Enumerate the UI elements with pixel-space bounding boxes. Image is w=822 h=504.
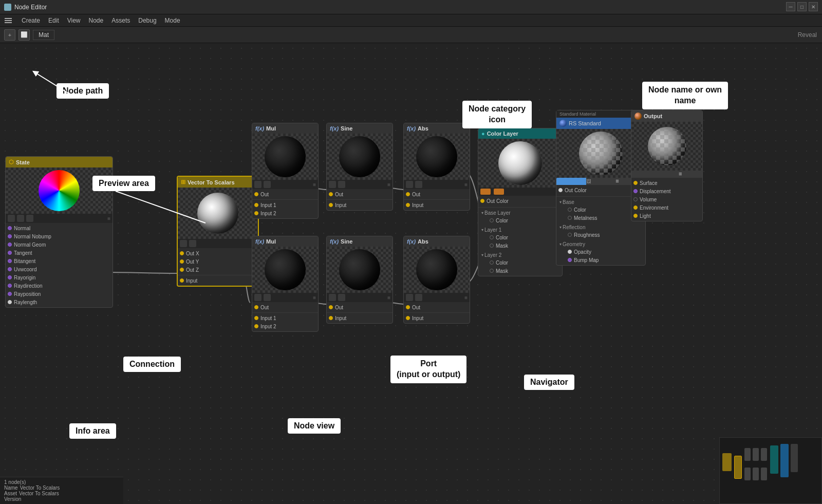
- port-tangent[interactable]: Tangent: [6, 249, 113, 257]
- cl-l1-mask[interactable]: Mask: [488, 241, 559, 250]
- rs-tab-img[interactable]: 🖼: [586, 178, 616, 185]
- sine2-out-dot[interactable]: [329, 305, 333, 309]
- port-input-vts[interactable]: Input: [178, 276, 258, 285]
- port-rayorigin[interactable]: Rayorigin: [6, 273, 113, 282]
- port-dot-bitangent[interactable]: [8, 259, 12, 263]
- menu-assets[interactable]: Assets: [107, 16, 134, 25]
- mul2-in2-dot[interactable]: [254, 324, 258, 328]
- sine2-in[interactable]: Input: [327, 314, 393, 322]
- port-dot-out-z[interactable]: [180, 268, 184, 272]
- mul2-expand[interactable]: ≡: [313, 295, 316, 301]
- sine2-expand[interactable]: ≡: [387, 295, 390, 301]
- port-dot-rayposition[interactable]: [8, 292, 12, 296]
- sine1-out-dot[interactable]: [329, 192, 333, 196]
- port-normal-geom[interactable]: Normal Geom: [6, 240, 113, 249]
- mul1-in1[interactable]: Input 1: [252, 201, 318, 209]
- mul1-in1-dot[interactable]: [254, 203, 258, 207]
- rs-tab-blue[interactable]: [556, 178, 586, 185]
- sine1-in-dot[interactable]: [329, 203, 333, 207]
- canvas-area[interactable]: ⬡ State ≡ Normal Normal Nobump Normal Ge…: [0, 43, 822, 504]
- menu-edit[interactable]: Edit: [44, 16, 63, 25]
- menu-view[interactable]: View: [63, 16, 85, 25]
- mul2-in1[interactable]: Input 1: [252, 314, 318, 322]
- sine1-in[interactable]: Input: [327, 201, 393, 209]
- mat-tab[interactable]: Mat: [33, 30, 54, 40]
- port-uvwcoord[interactable]: Uvwcoord: [6, 265, 113, 273]
- port-dot-rayorigin[interactable]: [8, 275, 12, 279]
- abs2-out-dot[interactable]: [406, 305, 410, 309]
- cl-l2-color[interactable]: Color: [488, 258, 559, 267]
- mul1-in2[interactable]: Input 2: [252, 209, 318, 217]
- out-disp-dot[interactable]: [633, 189, 638, 193]
- abs1-out[interactable]: Out: [404, 190, 470, 198]
- abs1-in[interactable]: Input: [404, 201, 470, 209]
- sine2-node[interactable]: f(x) Sine ≡ Out Input: [326, 236, 393, 324]
- navigator-panel[interactable]: [719, 437, 822, 504]
- mul2-out[interactable]: Out: [252, 303, 318, 311]
- port-raylength[interactable]: Raylength: [6, 298, 113, 306]
- port-out-x[interactable]: Out X: [178, 249, 258, 257]
- tab-button[interactable]: ⬜: [18, 29, 30, 41]
- out-volume[interactable]: Volume: [631, 195, 702, 203]
- color-layer-node[interactable]: ● Color Layer ≡ Out Color ▾ Base Layer: [478, 128, 563, 276]
- expand-icon[interactable]: ≡: [107, 216, 110, 221]
- menu-create[interactable]: Create: [17, 16, 44, 25]
- maximize-button[interactable]: □: [797, 2, 807, 11]
- minimize-button[interactable]: ─: [786, 2, 795, 11]
- out-tab1[interactable]: [631, 171, 655, 178]
- out-displacement[interactable]: Displacement: [631, 187, 702, 195]
- port-normal-nobump[interactable]: Normal Nobump: [6, 232, 113, 240]
- abs2-node[interactable]: f(x) Abs ≡ Out Input: [403, 236, 470, 324]
- mul1-node[interactable]: f(x) Mul ≡ Out Input 1 Input 2: [252, 123, 319, 219]
- mul1-out[interactable]: Out: [252, 190, 318, 198]
- mul1-in2-dot[interactable]: [254, 211, 258, 215]
- sine1-expand[interactable]: ≡: [387, 182, 390, 188]
- cl-out-dot[interactable]: [480, 199, 484, 203]
- port-dot-input-vts[interactable]: [180, 278, 184, 283]
- abs2-expand[interactable]: ≡: [464, 295, 468, 301]
- port-rayposition[interactable]: Rayposition: [6, 290, 113, 298]
- menu-node[interactable]: Node: [85, 16, 108, 25]
- cl-out-color[interactable]: Out Color: [478, 197, 562, 205]
- port-dot-uvwcoord[interactable]: [8, 267, 12, 271]
- sine1-node[interactable]: f(x) Sine ≡ Out Input: [326, 123, 393, 211]
- sine2-in-dot[interactable]: [329, 316, 333, 320]
- cl-l1-color[interactable]: Color: [488, 233, 559, 241]
- mul2-in1-dot[interactable]: [254, 316, 258, 320]
- out-surface[interactable]: Surface: [631, 179, 702, 187]
- rs-bump-map[interactable]: Bump Map: [566, 256, 642, 264]
- cl-l2-mask[interactable]: Mask: [488, 267, 559, 275]
- rs-out-dot[interactable]: [558, 188, 563, 192]
- port-out-y[interactable]: Out Y: [178, 257, 258, 266]
- vector-to-scalars-node[interactable]: ⊞ Vector To Scalars ≡ Out X Out Y Out Z: [177, 176, 259, 287]
- sine2-out[interactable]: Out: [327, 303, 393, 311]
- mul2-out-dot[interactable]: [254, 305, 258, 309]
- port-dot-raydirection[interactable]: [8, 284, 12, 288]
- rs-opacity-dot[interactable]: [568, 250, 572, 254]
- out-tab3[interactable]: ≡: [679, 171, 702, 178]
- port-dot-raylength[interactable]: [8, 300, 12, 304]
- port-dot-tangent[interactable]: [8, 251, 12, 255]
- mul2-node[interactable]: f(x) Mul ≡ Out Input 1 Input 2: [252, 236, 319, 332]
- output-node[interactable]: Output ≡ Surface Displacement Volume: [631, 110, 703, 221]
- rs-roughness[interactable]: Roughness: [566, 231, 642, 239]
- port-dot-normal-nobump[interactable]: [8, 234, 12, 238]
- abs1-out-dot[interactable]: [406, 192, 410, 196]
- cl-base-color[interactable]: Color: [488, 216, 559, 225]
- add-button[interactable]: +: [4, 29, 15, 41]
- out-environment[interactable]: Environment: [631, 203, 702, 212]
- menu-debug[interactable]: Debug: [134, 16, 160, 25]
- menu-mode[interactable]: Mode: [161, 16, 184, 25]
- port-dot-normal-geom[interactable]: [8, 242, 12, 247]
- mul1-out-dot[interactable]: [254, 192, 258, 196]
- abs2-in-dot[interactable]: [406, 316, 410, 320]
- reveal-button[interactable]: Reveal: [798, 31, 817, 39]
- close-button[interactable]: ✕: [809, 2, 818, 11]
- abs2-out[interactable]: Out: [404, 303, 470, 311]
- abs1-node[interactable]: f(x) Abs ≡ Out Input: [403, 123, 470, 211]
- port-dot-out-y[interactable]: [180, 259, 184, 264]
- abs1-in-dot[interactable]: [406, 203, 410, 207]
- mul1-expand[interactable]: ≡: [313, 182, 316, 188]
- mul2-in2[interactable]: Input 2: [252, 322, 318, 330]
- out-env-dot[interactable]: [633, 206, 638, 210]
